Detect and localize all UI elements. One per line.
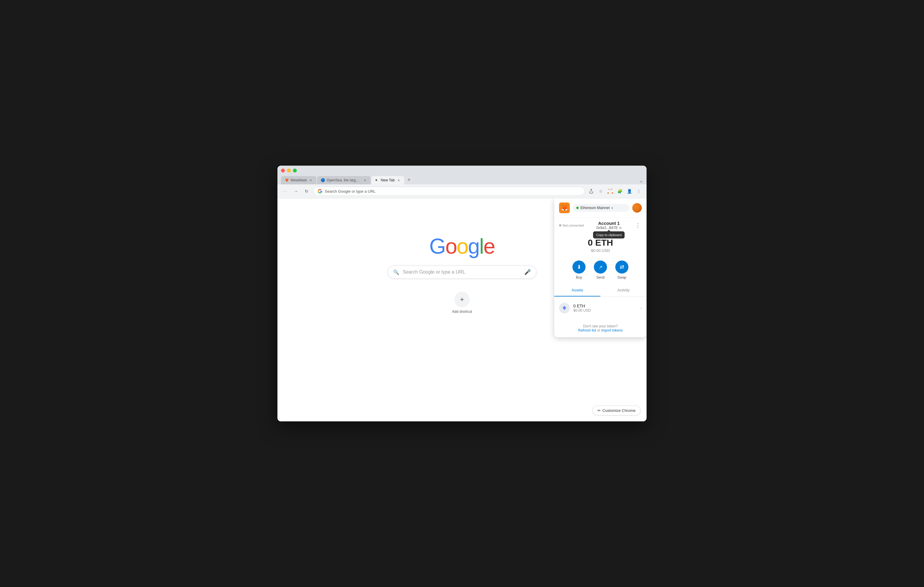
new-tab-button[interactable]: ＋ [405, 176, 413, 184]
eth-token-item[interactable]: 0 ETH $0.00 USD › [554, 299, 647, 317]
google-g-icon [318, 189, 322, 194]
swap-label: Swap [617, 275, 626, 280]
metamask-extension-icon[interactable] [606, 187, 614, 196]
network-chevron-icon: ▾ [611, 206, 613, 210]
toolbar-actions: ☆ 🧩 👤 ⋮ [587, 187, 643, 196]
account-menu-button[interactable]: ⋮ [634, 221, 642, 230]
network-status-dot [576, 207, 579, 209]
mm-tabs: Assets Activity [554, 284, 647, 297]
mm-header: 🦊 Ethereum Mainnet ▾ [554, 198, 647, 218]
svg-marker-2 [607, 189, 610, 190]
metamask-fox-logo: 🦊 [559, 202, 570, 213]
svg-marker-3 [611, 192, 613, 194]
close-button[interactable] [281, 169, 285, 173]
send-button[interactable]: ↗ Send [594, 260, 607, 280]
dont-see-text: Don't see your token? [583, 324, 618, 328]
buy-button[interactable]: ⬇ Buy [573, 260, 586, 280]
account-avatar[interactable] [632, 203, 642, 213]
tab-metamask-title: MetaMask [290, 178, 307, 182]
tab-opensea-close[interactable]: ✕ [363, 178, 367, 182]
logo-o1: o [446, 234, 457, 258]
tab-newtab-title: New Tab [381, 178, 394, 182]
opensea-tab-icon: 🔵 [321, 178, 325, 182]
or-text: or [597, 328, 601, 332]
metamask-tab-icon: 🦊 [285, 178, 289, 182]
eth-token-name: 0 ETH [573, 304, 637, 308]
tab-newtab[interactable]: ✦ New Tab ✕ [371, 176, 404, 184]
usd-balance: $0.00 USD [559, 248, 642, 253]
search-input[interactable]: Search Google or type a URL [403, 270, 521, 275]
import-tokens-link[interactable]: import tokens [601, 328, 623, 332]
share-button[interactable] [587, 187, 596, 196]
customize-chrome-icon: ✏ [597, 408, 601, 413]
menu-button[interactable]: ⋮ [635, 187, 643, 196]
copy-address-icon[interactable]: ⧉ [619, 226, 622, 230]
account-name: Account 1 [598, 220, 620, 226]
customize-chrome-label: Customize Chrome [602, 408, 635, 413]
reload-button[interactable]: ↻ [302, 187, 311, 196]
eth-token-info: 0 ETH $0.00 USD [573, 304, 637, 312]
not-connected-icon [559, 224, 561, 227]
add-shortcut-circle: + [454, 292, 470, 307]
buy-icon: ⬇ [573, 260, 586, 274]
eth-balance: 0 ETH [559, 238, 642, 248]
svg-marker-1 [610, 189, 613, 190]
add-shortcut-button[interactable]: + Add shortcut [452, 292, 472, 314]
tab-overflow-button[interactable]: ⌄ [639, 178, 643, 184]
mic-icon[interactable]: 🎤 [524, 269, 531, 275]
address-bar[interactable]: Search Google or type a URL [313, 187, 585, 196]
tab-metamask[interactable]: 🦊 MetaMask ✕ [281, 176, 317, 184]
tab-metamask-close[interactable]: ✕ [309, 178, 313, 182]
send-label: Send [596, 275, 605, 280]
logo-g: G [429, 234, 446, 258]
refresh-list-link[interactable]: Refresh list [578, 328, 596, 332]
add-shortcut-label: Add shortcut [452, 309, 472, 314]
maximize-button[interactable] [293, 169, 297, 173]
tab-opensea-title: OpenSea, the largest NFT mar... [327, 178, 361, 182]
account-address: 0x9a3...B47E ⧉ [596, 226, 621, 230]
logo-o2: o [457, 234, 468, 258]
forward-button[interactable]: → [292, 187, 300, 196]
title-bar: 🦊 MetaMask ✕ 🔵 OpenSea, the largest NFT … [277, 166, 647, 184]
swap-icon: ⇄ [615, 260, 629, 274]
send-icon: ↗ [594, 260, 607, 274]
tooltip-text: Copy to clipboard [596, 233, 622, 237]
tab-opensea[interactable]: 🔵 OpenSea, the largest NFT mar... ✕ [317, 176, 371, 184]
tab-newtab-close[interactable]: ✕ [396, 178, 401, 182]
google-logo: G o o g l e [429, 234, 495, 258]
account-info: Account 1 0x9a3...B47E ⧉ Copy to clipboa… [596, 220, 621, 230]
buy-label: Buy [576, 275, 582, 280]
logo-g2: g [468, 234, 479, 258]
activity-tab-label: Activity [617, 288, 630, 292]
minimize-button[interactable] [287, 169, 291, 173]
copy-tooltip: Copy to clipboard [593, 231, 625, 238]
token-list: 0 ETH $0.00 USD › [554, 297, 647, 319]
mm-actions: ⬇ Buy ↗ Send ⇄ Swap [554, 258, 647, 284]
browser-window: 🦊 MetaMask ✕ 🔵 OpenSea, the largest NFT … [277, 166, 647, 421]
svg-marker-4 [607, 192, 609, 194]
extensions-button[interactable]: 🧩 [615, 187, 624, 196]
eth-token-icon [559, 303, 570, 313]
tab-activity[interactable]: Activity [601, 284, 647, 296]
assets-tab-label: Assets [571, 288, 583, 292]
search-bar[interactable]: 🔍 Search Google or type a URL 🎤 [388, 266, 536, 279]
logo-e: e [483, 234, 495, 258]
account-address-text: 0x9a3...B47E [596, 226, 618, 230]
network-selector[interactable]: Ethereum Mainnet ▾ [573, 204, 629, 212]
network-name: Ethereum Mainnet [581, 206, 610, 210]
tabs-row: 🦊 MetaMask ✕ 🔵 OpenSea, the largest NFT … [281, 176, 643, 184]
swap-button[interactable]: ⇄ Swap [615, 260, 629, 280]
not-connected-status: Not connected [559, 224, 584, 227]
customize-chrome-button[interactable]: ✏ Customize Chrome [592, 406, 640, 415]
profile-button[interactable]: 👤 [625, 187, 634, 196]
logo-l: l [479, 234, 483, 258]
dont-see-token: Don't see your token? Refresh list or im… [554, 319, 647, 337]
bookmark-button[interactable]: ☆ [597, 187, 605, 196]
tab-assets[interactable]: Assets [554, 284, 601, 296]
search-icon: 🔍 [393, 270, 399, 275]
metamask-popup: 🦊 Ethereum Mainnet ▾ Not connected Accou… [554, 198, 647, 337]
back-button[interactable]: ← [281, 187, 289, 196]
google-area: G o o g l e 🔍 Search Google or type a UR… [388, 234, 536, 314]
mm-account-bar: Not connected Account 1 0x9a3...B47E ⧉ C… [554, 218, 647, 233]
main-content: G o o g l e 🔍 Search Google or type a UR… [277, 198, 647, 421]
